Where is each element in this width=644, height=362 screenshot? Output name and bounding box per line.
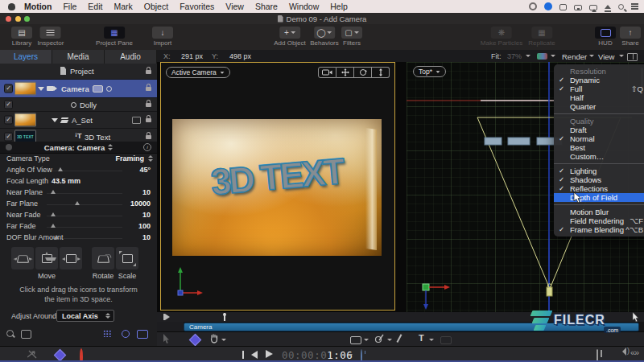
active-camera-viewport[interactable]: Active Camera 3D TEXT xyxy=(160,62,395,311)
camera-view-badge-icon[interactable] xyxy=(93,85,103,93)
camera-view-select[interactable]: Active Camera xyxy=(166,67,230,78)
notification-center-icon[interactable] xyxy=(631,3,639,11)
menu-help[interactable]: Help xyxy=(324,2,353,11)
menu-item-custom[interactable]: Custom… xyxy=(554,152,644,161)
go-to-start-button[interactable] xyxy=(251,351,258,359)
apple-menu-icon[interactable] xyxy=(8,3,15,10)
back-dot-icon[interactable] xyxy=(6,144,12,150)
activation-checkbox[interactable]: ✓ xyxy=(4,133,13,142)
status-blue-dot-icon[interactable] xyxy=(544,2,552,10)
adjust-around-select[interactable]: Local Axis xyxy=(56,310,114,322)
slider-track[interactable] xyxy=(47,193,122,194)
rotate-tool-button[interactable] xyxy=(92,247,114,269)
lock-icon[interactable] xyxy=(146,103,151,107)
menu-item-depth-of-field[interactable]: Depth of Field xyxy=(554,193,644,202)
search-icon[interactable] xyxy=(6,330,14,337)
add-object-button[interactable]: + Add Object xyxy=(274,27,306,47)
info-icon[interactable]: i xyxy=(143,143,151,151)
camera-add-icon[interactable] xyxy=(137,330,148,339)
minimize-button[interactable] xyxy=(15,16,21,22)
slider-thumb[interactable] xyxy=(54,235,59,239)
slider-thumb[interactable] xyxy=(51,224,56,228)
tab-layers[interactable]: Layers xyxy=(0,50,52,64)
menu-item-quarter[interactable]: Quarter xyxy=(554,102,644,111)
object-stepper-icon[interactable] xyxy=(108,144,113,150)
viewport-pan-icon[interactable] xyxy=(336,67,354,78)
disclosure-triangle[interactable] xyxy=(38,87,44,91)
menu-edit[interactable]: Edit xyxy=(82,2,108,11)
menu-motion[interactable]: Motion xyxy=(19,2,57,11)
share-button[interactable]: ↑ Share xyxy=(620,27,641,47)
dropdown-stepper-icon[interactable] xyxy=(148,155,153,162)
canvas-area[interactable]: Active Camera 3D TEXT xyxy=(157,62,644,312)
activation-checkbox[interactable]: ✓ xyxy=(4,101,13,109)
channels-icon[interactable] xyxy=(537,53,547,60)
layer-row-a-set[interactable]: ✓ A_Set xyxy=(0,112,157,129)
menu-item-draft[interactable]: Draft xyxy=(554,125,644,134)
menu-item-normal[interactable]: Normal xyxy=(554,134,644,143)
layer-row-project[interactable]: Project xyxy=(0,64,157,80)
loop-playback-icon[interactable]: «» xyxy=(630,348,638,357)
menu-item-field-rendering[interactable]: Field Rendering⌥F xyxy=(554,216,644,225)
pan-hand-tool-icon[interactable] xyxy=(210,334,218,343)
keyframe-thinning-icon[interactable] xyxy=(27,350,38,359)
menu-view[interactable]: View xyxy=(220,2,250,11)
bezier-tool-chevron-icon[interactable] xyxy=(387,339,392,341)
slider-thumb[interactable] xyxy=(51,190,56,194)
filters-button[interactable]: ▢ Filters xyxy=(341,27,362,47)
eject-icon[interactable] xyxy=(605,5,611,9)
text-tool-chevron-icon[interactable] xyxy=(429,339,434,341)
menu-item-best[interactable]: Best xyxy=(554,143,644,152)
menu-item-motion-blur[interactable]: Motion Blur xyxy=(554,208,644,216)
menu-item-shadows[interactable]: Shadows xyxy=(554,175,644,184)
disclosure-triangle[interactable] xyxy=(52,118,58,122)
import-button[interactable]: ↓ Import xyxy=(152,27,173,47)
slider-thumb[interactable] xyxy=(58,167,63,171)
lock-icon[interactable] xyxy=(146,135,151,139)
play-button[interactable] xyxy=(266,350,273,358)
move-xyz-tool-button[interactable] xyxy=(35,247,58,269)
project-pane-button[interactable]: ▦ Project Pane xyxy=(96,27,133,47)
slider-thumb[interactable] xyxy=(75,201,80,205)
replicator-icon[interactable] xyxy=(103,330,112,337)
bezier-tool-icon[interactable] xyxy=(374,334,384,343)
menu-object[interactable]: Object xyxy=(138,2,174,11)
track-header[interactable] xyxy=(157,322,184,331)
menu-item-lighting[interactable]: Lighting xyxy=(554,167,644,175)
timecode-display[interactable]: 00:00:01:06 xyxy=(282,349,353,361)
slider-track[interactable] xyxy=(47,216,122,216)
inspector-button[interactable]: Inspector xyxy=(38,27,64,47)
lock-icon[interactable] xyxy=(146,118,151,122)
render-chevron-icon[interactable] xyxy=(589,55,594,57)
menu-item-full[interactable]: Full⇧Q xyxy=(554,84,644,93)
timecode-chevron-icon[interactable] xyxy=(348,354,353,356)
lock-icon[interactable] xyxy=(146,70,151,74)
channels-chevron-icon[interactable] xyxy=(551,55,555,57)
airplay-icon[interactable] xyxy=(589,5,597,10)
viewport-camera-icon[interactable] xyxy=(318,67,336,78)
menu-item-dynamic[interactable]: Dynamic xyxy=(554,76,644,84)
menu-item-frame-blending[interactable]: Frame Blending^⌥B xyxy=(554,225,644,234)
library-button[interactable]: ▤ Library xyxy=(11,27,32,47)
hud-button[interactable]: HUD xyxy=(595,27,616,47)
render-menu-button[interactable]: Render xyxy=(562,52,587,61)
fit-chevron-icon[interactable] xyxy=(526,55,530,57)
spotlight-icon[interactable] xyxy=(618,4,624,10)
move-z-tool-button[interactable] xyxy=(60,247,82,269)
rectangle-tool-icon[interactable] xyxy=(350,336,361,344)
menu-item-half[interactable]: Half xyxy=(554,93,644,102)
menu-window[interactable]: Window xyxy=(283,2,324,11)
tab-audio[interactable]: Audio xyxy=(105,50,157,64)
close-button[interactable] xyxy=(6,16,11,22)
text-tool-icon[interactable]: T xyxy=(419,333,424,343)
activation-checkbox[interactable]: ✓ xyxy=(4,84,13,93)
zoom-button[interactable] xyxy=(24,16,30,22)
new-group-icon[interactable] xyxy=(21,330,31,339)
fit-value[interactable]: 37% xyxy=(507,52,522,60)
in-point-marker[interactable] xyxy=(165,314,170,320)
view-menu-button[interactable]: View xyxy=(598,52,614,61)
select-tool-icon[interactable] xyxy=(163,334,170,344)
behaviors-button[interactable]: ◯ Behaviors xyxy=(310,27,339,47)
status-app-icon[interactable] xyxy=(559,4,567,10)
activation-checkbox[interactable]: ✓ xyxy=(4,116,13,125)
